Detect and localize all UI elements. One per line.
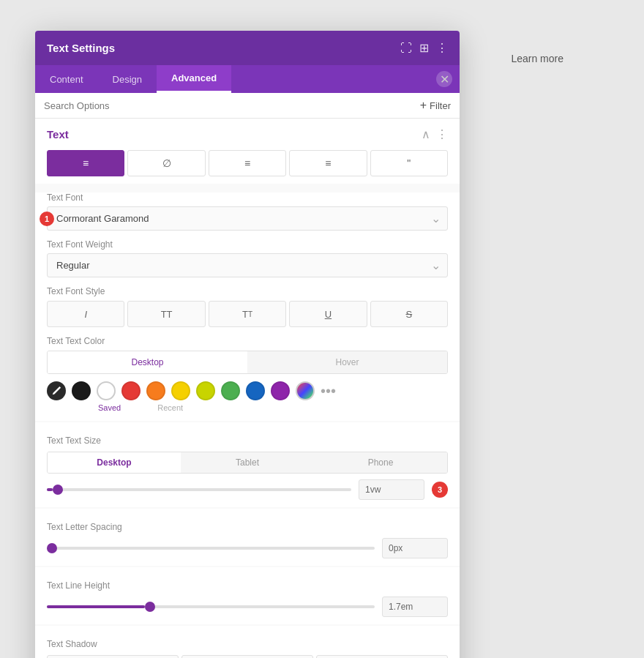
swatch-blue[interactable] — [246, 381, 265, 400]
quote-button[interactable]: " — [370, 150, 448, 176]
letter-spacing-track[interactable] — [47, 547, 375, 550]
text-font-section: Text Font 1 Cormorant Garamond ⌄ Text Fo… — [35, 192, 460, 421]
letter-spacing-section: Text Letter Spacing — [35, 509, 460, 566]
text-size-thumb[interactable] — [53, 485, 63, 495]
align-left-button[interactable]: ≡ — [47, 150, 124, 176]
size-tab-phone[interactable]: Phone — [314, 452, 447, 473]
modal-close-button[interactable]: ✕ — [436, 71, 452, 87]
modal-title: Text Settings — [47, 42, 115, 54]
text-size-input[interactable] — [359, 479, 424, 500]
font-badge: 1 — [40, 212, 54, 226]
swatch-green[interactable] — [221, 381, 240, 400]
uppercase-button[interactable]: TT — [127, 301, 205, 327]
section-menu-icon[interactable]: ⋮ — [436, 127, 448, 141]
text-shadow-label: Text Shadow — [47, 639, 448, 649]
text-size-section: Text Text Size Desktop Tablet Phone 3 — [35, 422, 460, 507]
swatch-red[interactable] — [121, 381, 141, 400]
text-font-style-label: Text Font Style — [47, 286, 448, 296]
no-style-button[interactable]: ∅ — [127, 150, 205, 176]
text-font-select[interactable]: Cormorant Garamond — [47, 206, 448, 231]
text-color-label: Text Text Color — [47, 336, 448, 346]
letter-spacing-label: Text Letter Spacing — [47, 522, 448, 532]
plus-icon: + — [420, 99, 427, 112]
line-height-input[interactable] — [382, 597, 448, 617]
text-shadow-section: Text Shadow A A A A — [35, 626, 460, 658]
section-title: Text — [47, 128, 69, 141]
recent-label[interactable]: Recent — [157, 403, 183, 412]
text-size-slider-row: 3 — [47, 479, 448, 500]
swatch-black[interactable] — [72, 381, 91, 400]
size-tab-desktop[interactable]: Desktop — [48, 452, 181, 473]
strikethrough-button[interactable]: S — [370, 301, 448, 327]
tab-advanced[interactable]: Advanced — [157, 65, 231, 93]
color-swatches: ••• — [47, 381, 448, 400]
italic-button[interactable]: I — [47, 301, 124, 327]
swatch-labels: Saved Recent — [98, 403, 448, 412]
text-font-weight-select[interactable]: Regular — [47, 253, 448, 277]
text-font-select-wrapper: 1 Cormorant Garamond ⌄ — [47, 206, 448, 231]
eyedropper-button[interactable] — [47, 381, 66, 400]
line-height-thumb[interactable] — [145, 602, 155, 612]
shadow-options: A A A A — [47, 655, 448, 658]
collapse-icon[interactable]: ∧ — [422, 127, 430, 141]
line-height-fill — [47, 605, 145, 608]
line-height-label: Text Line Height — [47, 580, 448, 591]
color-tab-desktop[interactable]: Desktop — [48, 351, 247, 373]
section-header-icons: ∧ ⋮ — [422, 127, 448, 141]
text-size-responsive-tabs: Desktop Tablet Phone — [47, 452, 448, 474]
text-font-weight-wrapper: Regular ⌄ — [47, 253, 448, 277]
line-height-slider-row — [47, 597, 448, 617]
content-area: Text ∧ ⋮ ≡ ∅ ≡ ≡ " Text Font 1 Cormorant… — [35, 119, 460, 658]
text-settings-modal: Text Settings ⛶ ⊞ ⋮ Content Design Advan… — [35, 31, 460, 658]
color-tab-hover[interactable]: Hover — [247, 351, 447, 373]
search-bar: + Filter — [35, 93, 460, 119]
swatch-yellow[interactable] — [171, 381, 190, 400]
tabs-bar: Content Design Advanced ✕ — [35, 65, 460, 93]
tab-design[interactable]: Design — [98, 67, 157, 92]
font-style-row: I TT TT U S — [47, 301, 448, 327]
swatch-yellow-green[interactable] — [196, 381, 215, 400]
color-desktop-hover-tabs: Desktop Hover — [47, 351, 448, 374]
saved-label[interactable]: Saved — [98, 403, 121, 412]
underline-button[interactable]: U — [289, 301, 367, 327]
list-button[interactable]: ≡ — [209, 150, 286, 176]
capitalize-button[interactable]: TT — [209, 301, 286, 327]
text-font-label: Text Font — [47, 192, 448, 203]
text-size-fill — [47, 488, 53, 491]
letter-spacing-slider-row — [47, 538, 448, 558]
filter-button[interactable]: + Filter — [420, 99, 451, 112]
learn-more-link[interactable]: Learn more — [511, 53, 564, 64]
columns-icon[interactable]: ⊞ — [419, 41, 429, 55]
swatch-white[interactable] — [97, 381, 116, 400]
modal-header: Text Settings ⛶ ⊞ ⋮ — [35, 31, 460, 65]
text-font-weight-label: Text Font Weight — [47, 239, 448, 250]
line-height-track[interactable] — [47, 605, 375, 608]
style-buttons-row: ≡ ∅ ≡ ≡ " — [35, 146, 460, 184]
letter-spacing-thumb[interactable] — [47, 543, 57, 553]
tab-content[interactable]: Content — [35, 67, 98, 92]
filter-label: Filter — [430, 100, 451, 111]
line-height-section: Text Line Height — [35, 567, 460, 624]
letter-spacing-input[interactable] — [382, 538, 448, 558]
section-header: Text ∧ ⋮ — [35, 119, 460, 146]
swatch-orange[interactable] — [146, 381, 165, 400]
shadow-none-option[interactable] — [47, 655, 179, 658]
more-swatches-icon[interactable]: ••• — [321, 383, 336, 400]
swatch-purple[interactable] — [271, 381, 290, 400]
swatch-custom[interactable] — [296, 381, 315, 400]
menu-icon[interactable]: ⋮ — [436, 41, 448, 55]
search-input[interactable] — [44, 100, 414, 111]
indent-button[interactable]: ≡ — [289, 150, 367, 176]
size-tab-tablet[interactable]: Tablet — [181, 452, 314, 473]
text-size-label: Text Text Size — [47, 435, 448, 446]
text-size-badge: 3 — [432, 482, 448, 498]
shadow-option-3[interactable]: A A — [316, 655, 448, 658]
fullscreen-icon[interactable]: ⛶ — [400, 42, 412, 55]
shadow-option-2[interactable]: A A — [181, 655, 313, 658]
text-size-track[interactable] — [47, 488, 351, 491]
header-icons: ⛶ ⊞ ⋮ — [400, 41, 448, 55]
